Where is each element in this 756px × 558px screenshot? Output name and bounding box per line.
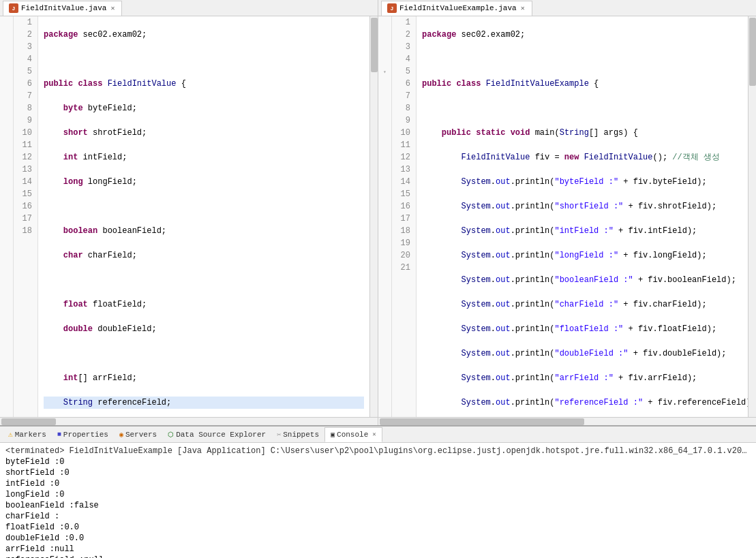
left-vscroll[interactable] xyxy=(369,16,378,417)
ln-16: 16 xyxy=(19,200,32,213)
output-shortfield: shortField :0 xyxy=(5,467,751,478)
markers-icon: ⚠ xyxy=(8,430,13,439)
left-hscroll[interactable] xyxy=(0,417,378,425)
gutter-15 xyxy=(0,188,13,200)
r-ln-12: 12 xyxy=(397,151,410,164)
r-gutter-15 xyxy=(378,188,391,200)
r-ln-6: 6 xyxy=(397,78,410,90)
right-hscroll-thumb[interactable] xyxy=(380,418,584,425)
r-ln-15: 15 xyxy=(397,188,410,200)
properties-icon: ■ xyxy=(57,431,61,438)
gutter-1 xyxy=(0,16,13,29)
ln-10: 10 xyxy=(19,127,32,139)
tab-markers[interactable]: ⚠ Markers xyxy=(3,427,52,442)
gutter-7 xyxy=(0,90,13,102)
r-ln-21: 21 xyxy=(397,262,410,274)
snippets-label: Snippets xyxy=(283,431,319,439)
editor-pane-right: J FieldInitValueExample.java ✕ ▾ xyxy=(378,0,756,425)
output-booleanfield: booleanField :false xyxy=(5,500,751,511)
r-ln-7: 7 xyxy=(397,90,410,102)
ln-5: 5 xyxy=(19,65,32,78)
gutter-12 xyxy=(0,151,13,164)
r-ln-3: 3 xyxy=(397,41,410,53)
r-ln-10: 10 xyxy=(397,127,410,139)
right-vscroll-thumb[interactable] xyxy=(749,18,756,86)
r-gutter-17 xyxy=(378,213,391,225)
gutter-18 xyxy=(0,225,13,237)
r-gutter-20 xyxy=(378,249,391,262)
ln-4: 4 xyxy=(19,53,32,65)
output-intfield: intField :0 xyxy=(5,478,751,489)
gutter-6 xyxy=(0,78,13,90)
ln-11: 11 xyxy=(19,139,32,151)
r-gutter-9 xyxy=(378,114,391,127)
r-ln-18: 18 xyxy=(397,225,410,237)
output-doublefield: doubleField :0.0 xyxy=(5,533,751,544)
gutter-17 xyxy=(0,213,13,225)
ln-12: 12 xyxy=(19,151,32,164)
code-content-right[interactable]: package sec02.exam02; public class Field… xyxy=(417,16,748,417)
ln-14: 14 xyxy=(19,176,32,188)
left-gutter-left xyxy=(0,16,14,417)
r-ln-2: 2 xyxy=(397,29,410,41)
r-gutter-12 xyxy=(378,151,391,164)
right-vscroll[interactable] xyxy=(748,16,756,417)
close-console-tab[interactable]: ✕ xyxy=(372,431,376,438)
line-numbers-right: 1 2 3 4 5 6 7 8 9 10 11 12 13 14 15 16 1 xyxy=(392,16,417,417)
r-gutter-8 xyxy=(378,102,391,114)
close-tab-left[interactable]: ✕ xyxy=(109,4,116,12)
gutter-14 xyxy=(0,176,13,188)
r-gutter-21 xyxy=(378,262,391,274)
right-hscroll[interactable] xyxy=(378,417,756,425)
output-longfield: longField :0 xyxy=(5,489,751,500)
tab-fieldinitvalue[interactable]: J FieldInitValue.java ✕ xyxy=(3,1,122,16)
left-hscroll-thumb[interactable] xyxy=(1,418,56,425)
r-gutter-14 xyxy=(378,176,391,188)
r-gutter-13 xyxy=(378,164,391,176)
r-ln-14: 14 xyxy=(397,176,410,188)
gutter-13 xyxy=(0,164,13,176)
properties-label: Properties xyxy=(63,431,108,439)
gutter-9 xyxy=(0,114,13,127)
ln-3: 3 xyxy=(19,41,32,53)
r-ln-17: 17 xyxy=(397,213,410,225)
output-charfield: charField : xyxy=(5,511,751,522)
snippets-icon: ✂ xyxy=(277,431,281,439)
gutter-10 xyxy=(0,127,13,139)
close-tab-right[interactable]: ✕ xyxy=(519,4,526,12)
r-gutter-18 xyxy=(378,225,391,237)
console-icon: ▣ xyxy=(331,431,335,439)
r-gutter-7 xyxy=(378,90,391,102)
r-ln-19: 19 xyxy=(397,237,410,249)
output-floatfield: floatField :0.0 xyxy=(5,522,751,533)
ln-1: 1 xyxy=(19,16,32,29)
right-pane-content-row: ▾ xyxy=(378,16,756,417)
tab-servers[interactable]: ◉ Servers xyxy=(114,427,162,442)
code-content-left[interactable]: package sec02.exam02; public class Field… xyxy=(38,16,369,417)
r-ln-13: 13 xyxy=(397,164,410,176)
left-pane-content-row: 1 2 3 4 5 6 7 8 9 10 11 12 13 14 15 16 1 xyxy=(0,16,378,417)
r-ln-4: 4 xyxy=(397,53,410,65)
tab-datasource[interactable]: ⬡ Data Source Explorer xyxy=(162,427,271,442)
tab-properties[interactable]: ■ Properties xyxy=(52,427,114,442)
gutter-8 xyxy=(0,102,13,114)
fold-arrow-5[interactable]: ▾ xyxy=(383,69,387,75)
tab-snippets[interactable]: ✂ Snippets xyxy=(271,427,324,442)
servers-label: Servers xyxy=(125,431,157,439)
r-ln-5: 5 xyxy=(397,65,410,78)
tab-fieldinitvalueexample[interactable]: J FieldInitValueExample.java ✕ xyxy=(381,1,532,16)
r-ln-1: 1 xyxy=(397,16,410,29)
r-gutter-1 xyxy=(378,16,391,29)
ln-2: 2 xyxy=(19,29,32,41)
ln-7: 7 xyxy=(19,90,32,102)
left-vscroll-thumb[interactable] xyxy=(371,18,378,72)
ln-18: 18 xyxy=(19,225,32,237)
r-gutter-10 xyxy=(378,127,391,139)
editor-pane-left: J FieldInitValue.java ✕ xyxy=(0,0,378,425)
gutter-2 xyxy=(0,29,13,41)
line-numbers-left: 1 2 3 4 5 6 7 8 9 10 11 12 13 14 15 16 1 xyxy=(14,16,38,417)
r-gutter-6 xyxy=(378,78,391,90)
r-ln-8: 8 xyxy=(397,102,410,114)
console-output-area: <terminated> FieldInitValueExample [Java… xyxy=(0,443,756,558)
tab-console[interactable]: ▣ Console ✕ xyxy=(324,427,382,442)
